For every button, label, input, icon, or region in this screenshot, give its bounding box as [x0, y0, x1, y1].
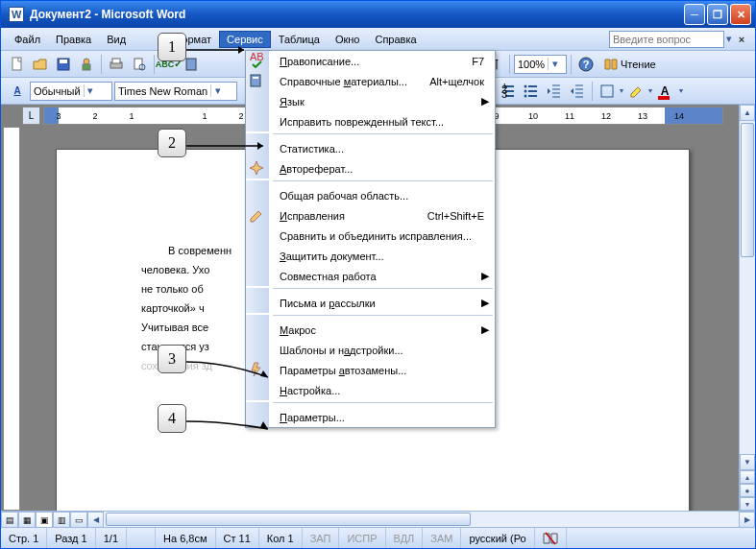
tab-align-box[interactable]: L [22, 107, 40, 125]
menu-window[interactable]: Окно [328, 31, 368, 48]
submenu-arrow-icon: ▶ [480, 323, 490, 336]
ask-question-input[interactable] [609, 31, 724, 48]
menu-item[interactable]: Язык▶ [246, 91, 495, 111]
highlight-icon[interactable] [625, 81, 646, 102]
svg-point-23 [524, 94, 527, 97]
menu-item[interactable]: Справочные материалы...Alt+щелчок [246, 71, 495, 91]
status-trk[interactable]: ИСПР [339, 528, 385, 548]
styles-pane-icon[interactable]: A [7, 81, 28, 102]
next-page-icon[interactable]: ▾ [740, 497, 755, 511]
menu-item[interactable]: Сравнить и объединить исправления... [246, 226, 495, 246]
callout-3: 3 [158, 345, 186, 373]
font-color-dropdown-icon[interactable]: ▾ [679, 86, 683, 95]
status-lang[interactable]: русский (Ро [461, 528, 534, 548]
menu-item-label: Макрос [251, 324, 480, 336]
status-book-icon[interactable] [535, 528, 567, 548]
status-ext[interactable]: ВДЛ [386, 528, 424, 548]
reading-view-icon[interactable]: ▭ [70, 512, 87, 528]
menu-file[interactable]: Файл [7, 31, 48, 48]
status-at: На 6,8см [156, 528, 215, 548]
print-view-icon[interactable]: ▣ [36, 512, 53, 528]
menu-item[interactable]: Настройка... [246, 380, 495, 400]
menu-item[interactable]: Автореферат... [246, 158, 495, 179]
print-icon[interactable] [106, 54, 127, 75]
status-line: Ст 11 [216, 528, 259, 548]
new-doc-icon[interactable] [7, 54, 28, 75]
scroll-up-icon[interactable]: ▲ [740, 105, 755, 121]
scroll-thumb-h[interactable] [106, 513, 471, 526]
submenu-arrow-icon: ▶ [480, 297, 490, 309]
scrollbar-horizontal[interactable]: ▤ ▦ ▣ ▥ ▭ ◀ ▶ [1, 511, 755, 527]
statusbar: Стр. 1 Разд 1 1/1 На 6,8см Ст 11 Кол 1 З… [1, 527, 755, 548]
numbering-icon[interactable]: 123 [498, 81, 519, 102]
inc-indent-icon[interactable] [567, 81, 588, 102]
style-combo[interactable]: Обычный▾ [30, 82, 112, 101]
open-icon[interactable] [30, 54, 51, 75]
menu-table[interactable]: Таблица [271, 31, 328, 48]
callout-2: 2 [158, 129, 186, 157]
menu-item[interactable]: Защитить документ... [246, 246, 495, 266]
menu-item[interactable]: Исправить поврежденный текст... [246, 111, 495, 131]
book-icon [249, 73, 264, 90]
menu-item-label: Правописание... [251, 56, 472, 67]
status-rec[interactable]: ЗАП [303, 528, 340, 548]
status-ovr[interactable]: ЗАМ [423, 528, 461, 548]
status-page: Стр. 1 [1, 528, 47, 548]
menu-item[interactable]: Шаблоны и надстройки... [246, 340, 495, 360]
menu-item-label: Справочные материалы... [251, 76, 429, 87]
scrollbar-vertical[interactable]: ▲ ▼ ▴ ● ▾ [739, 105, 755, 511]
highlight-dropdown-icon[interactable]: ▾ [648, 86, 652, 95]
ask-dropdown-icon[interactable]: ▾ [726, 33, 732, 45]
menu-item[interactable]: ABCПравописание...F7 [246, 51, 495, 71]
titlebar: Документ2 - Microsoft Word ─ ❐ ✕ [1, 1, 755, 28]
menu-item[interactable]: Параметры... [246, 407, 495, 427]
menu-help[interactable]: Справка [367, 31, 424, 48]
zoom-combo[interactable]: 100%▾ [514, 55, 567, 74]
reading-button[interactable]: Чтение [598, 56, 661, 73]
normal-view-icon[interactable]: ▤ [1, 512, 18, 528]
scroll-down-icon[interactable]: ▼ [740, 454, 755, 470]
menu-item-label: Защитить документ... [251, 251, 490, 262]
help-icon[interactable]: ? [575, 54, 597, 75]
menu-item[interactable]: Параметры автозамены... [246, 360, 495, 380]
save-icon[interactable] [53, 54, 74, 75]
maximize-button[interactable]: ❐ [707, 4, 728, 25]
close-button[interactable]: ✕ [730, 4, 751, 25]
menu-item-label: Язык [251, 96, 480, 107]
font-color-swatch [658, 96, 670, 100]
browse-select-icon[interactable]: ● [740, 484, 755, 497]
font-combo[interactable]: Times New Roman▾ [114, 82, 237, 101]
doc-close-button[interactable]: × [734, 34, 749, 45]
svg-rect-24 [601, 85, 613, 97]
minimize-button[interactable]: ─ [684, 4, 705, 25]
menu-view[interactable]: Вид [99, 31, 134, 48]
service-dropdown: ABCПравописание...F7Справочные материалы… [245, 50, 496, 428]
bullets-icon[interactable] [521, 81, 542, 102]
preview-icon[interactable] [129, 54, 150, 75]
menu-edit[interactable]: Правка [48, 31, 99, 48]
menu-item-label: Автореферат... [251, 163, 490, 175]
prev-page-icon[interactable]: ▴ [740, 470, 755, 484]
pencil-icon [249, 207, 264, 225]
menu-item-label: Параметры автозамены... [251, 365, 490, 376]
svg-rect-7 [83, 64, 90, 70]
svg-rect-10 [134, 59, 142, 69]
menu-item[interactable]: Статистика... [246, 138, 495, 158]
status-section: Разд 1 [47, 528, 95, 548]
menu-item[interactable]: ИсправленияCtrl+Shift+E [246, 205, 495, 226]
menu-item[interactable]: Общая рабочая область... [246, 185, 495, 205]
menu-item[interactable]: Макрос▶ [246, 320, 495, 340]
web-view-icon[interactable]: ▦ [18, 512, 36, 528]
dec-indent-icon[interactable] [544, 81, 565, 102]
scroll-right-icon[interactable]: ▶ [739, 512, 755, 528]
borders-icon[interactable] [597, 81, 618, 102]
sparkle-icon [249, 160, 264, 178]
permission-icon[interactable] [76, 54, 97, 75]
outline-view-icon[interactable]: ▥ [53, 512, 70, 528]
menu-item[interactable]: Совместная работа▶ [246, 266, 495, 286]
scroll-thumb-v[interactable] [741, 123, 754, 257]
svg-point-21 [524, 84, 527, 87]
borders-dropdown-icon[interactable]: ▾ [620, 86, 623, 95]
scroll-left-icon[interactable]: ◀ [87, 512, 104, 528]
menu-item[interactable]: Письма и рассылки▶ [246, 293, 495, 313]
